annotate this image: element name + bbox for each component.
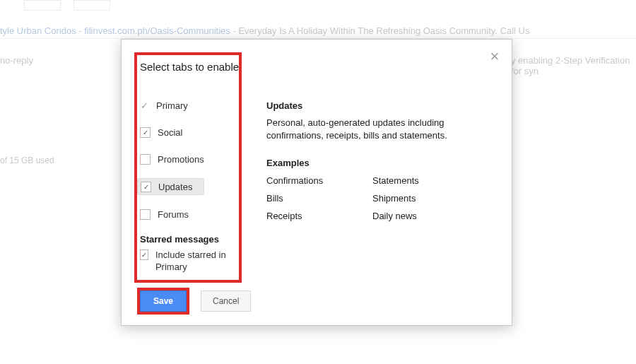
details-description: Personal, auto-generated updates includi… [266,117,493,142]
tab-option-promotions[interactable]: Promotions [140,151,204,167]
tab-option-label: Promotions [158,154,204,165]
example-item: Confirmations [266,175,372,186]
dialog-button-row: Save Cancel [137,288,251,315]
tab-option-label: Forums [158,209,189,220]
tab-option-label: Social [158,127,182,138]
inbox-tabs-settings-dialog: × Select tabs to enable ✓ Primary Social… [121,39,512,326]
checkbox-checked-icon[interactable] [141,182,151,192]
background-mail-snippet: y enabling 2-Step Verification for syn [511,55,636,76]
example-item: Bills [266,193,372,204]
starred-messages-heading: Starred messages [140,234,219,245]
example-item: Daily news [372,211,478,221]
background-mail-sender: no-reply [0,55,33,66]
toolbar-button [73,0,110,11]
background-ad-row: tyle Urban Condos - filinvest.com.ph/Oas… [0,25,529,36]
annotation-highlight-save: Save [137,288,189,315]
include-starred-label: Include starred in Primary [155,249,235,273]
close-icon[interactable]: × [488,49,502,64]
example-item: Shipments [372,193,478,204]
details-heading: Updates [266,100,493,111]
checkbox-checked-icon[interactable] [140,127,151,138]
tab-option-label: Updates [158,182,192,192]
toolbar-button [24,0,61,11]
tab-option-updates[interactable]: Updates [137,178,204,195]
example-item: Statements [372,175,478,186]
checkmark-icon: ✓ [140,101,149,110]
dialog-title: Select tabs to enable [140,61,239,73]
save-button[interactable]: Save [140,290,187,312]
cancel-button[interactable]: Cancel [201,290,251,312]
tab-details-panel: Updates Personal, auto-generated updates… [266,100,493,221]
ad-tail: - Everyday Is A Holiday Within The Refre… [230,25,530,36]
examples-grid: Confirmations Statements Bills Shipments… [266,175,493,221]
checkbox-checked-icon[interactable] [140,249,148,260]
tab-option-primary[interactable]: ✓ Primary [140,98,204,113]
tab-option-label: Primary [156,100,188,111]
ad-link: tyle Urban Condos - filinvest.com.ph/Oas… [0,25,230,36]
tab-options-column: ✓ Primary Social Promotions Updates Foru… [140,98,204,233]
checkbox-unchecked-icon[interactable] [140,154,151,165]
storage-usage: of 15 GB used [0,155,54,165]
tab-option-forums[interactable]: Forums [140,206,204,222]
examples-heading: Examples [266,158,493,168]
checkbox-unchecked-icon[interactable] [140,209,151,220]
example-item: Receipts [266,211,372,221]
tab-option-social[interactable]: Social [140,124,204,140]
include-starred-option[interactable]: Include starred in Primary [140,249,235,273]
